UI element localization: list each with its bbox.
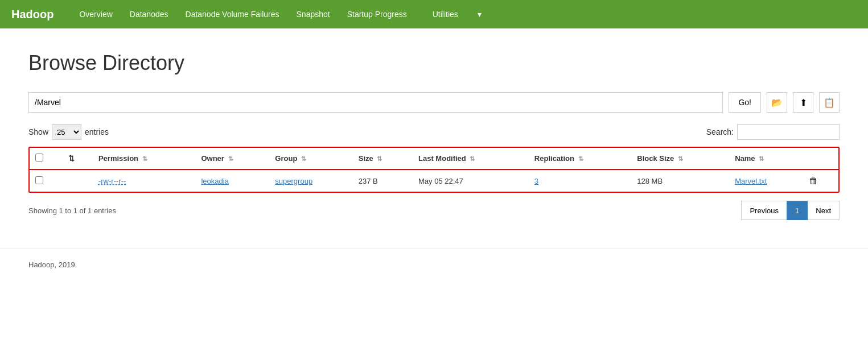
brand-logo[interactable]: Hadoop xyxy=(11,8,54,21)
row-block-size: 128 MB xyxy=(631,169,729,192)
group-link[interactable]: supergroup xyxy=(275,177,312,185)
folder-icon: 📂 xyxy=(771,97,783,108)
path-input[interactable] xyxy=(28,92,723,113)
row-last-modified: May 05 22:47 xyxy=(413,169,529,192)
col-name[interactable]: Name ⇅ xyxy=(729,148,803,169)
permission-link[interactable]: -rw-r--r-- xyxy=(98,177,126,185)
col-owner[interactable]: Owner ⇅ xyxy=(195,148,269,169)
col-sort-icon[interactable]: ⇅ xyxy=(63,148,93,169)
file-table: ⇅ Permission ⇅ Owner ⇅ Group ⇅ xyxy=(30,148,838,192)
col-last-modified[interactable]: Last Modified ⇅ xyxy=(413,148,529,169)
list-icon: 📋 xyxy=(824,97,835,108)
list-icon-button[interactable]: 📋 xyxy=(819,92,840,113)
row-replication: 3 xyxy=(529,169,631,192)
sort-lastmodified-icon: ⇅ xyxy=(470,155,475,162)
row-checkbox[interactable] xyxy=(35,176,43,184)
row-name: Marvel.txt xyxy=(729,169,803,192)
main-content: Browse Directory Go! 📂 ⬆ 📋 Show 10 25 50… xyxy=(0,28,868,249)
row-group: supergroup xyxy=(269,169,352,192)
file-name-link[interactable]: Marvel.txt xyxy=(735,177,767,185)
col-block-size[interactable]: Block Size ⇅ xyxy=(631,148,729,169)
owner-link[interactable]: leokadia xyxy=(201,177,228,185)
row-owner: leokadia xyxy=(195,169,269,192)
show-entries-left: Show 10 25 50 100 entries xyxy=(28,124,109,140)
table-body: -rw-r--r-- leokadia supergroup 237 B May… xyxy=(30,169,838,192)
sort-blocksize-icon: ⇅ xyxy=(678,155,683,162)
page-title: Browse Directory xyxy=(28,51,840,75)
show-row: Show 10 25 50 100 entries Search: xyxy=(28,124,840,140)
upload-icon: ⬆ xyxy=(800,97,807,108)
table-header-row: ⇅ Permission ⇅ Owner ⇅ Group ⇅ xyxy=(30,148,838,169)
page-1-button[interactable]: 1 xyxy=(787,201,808,220)
row-permission: -rw-r--r-- xyxy=(93,169,195,192)
nav-overview[interactable]: Overview xyxy=(71,10,121,19)
nav-datanode-volume-failures[interactable]: Datanode Volume Failures xyxy=(177,10,288,19)
pagination-buttons: Previous 1 Next xyxy=(742,201,840,220)
nav-utilities[interactable]: Utilities ▾ xyxy=(416,10,499,19)
delete-icon[interactable]: 🗑 xyxy=(809,176,818,185)
upload-icon-button[interactable]: ⬆ xyxy=(793,92,813,113)
row-sort-cell xyxy=(63,169,93,192)
col-actions xyxy=(803,148,838,169)
replication-link[interactable]: 3 xyxy=(534,177,538,185)
table-row: -rw-r--r-- leokadia supergroup 237 B May… xyxy=(30,169,838,192)
sort-permission-icon: ⇅ xyxy=(142,155,147,162)
search-input[interactable] xyxy=(737,124,840,140)
folder-icon-button[interactable]: 📂 xyxy=(767,92,787,113)
pagination-info: Showing 1 to 1 of 1 entries xyxy=(28,206,116,215)
previous-button[interactable]: Previous xyxy=(741,201,787,220)
footer: Hadoop, 2019. xyxy=(0,249,868,280)
nav-startup-progress[interactable]: Startup Progress xyxy=(339,10,416,19)
sort-group-icon: ⇅ xyxy=(301,155,306,162)
row-checkbox-cell xyxy=(30,169,63,192)
nav-datanodes[interactable]: Datanodes xyxy=(121,10,177,19)
show-label: Show xyxy=(28,127,48,136)
pagination-row: Showing 1 to 1 of 1 entries Previous 1 N… xyxy=(28,201,840,220)
select-all-checkbox[interactable] xyxy=(35,154,43,161)
path-bar: Go! 📂 ⬆ 📋 xyxy=(28,92,840,113)
row-size: 237 B xyxy=(353,169,413,192)
col-group[interactable]: Group ⇅ xyxy=(269,148,352,169)
search-right: Search: xyxy=(706,124,840,140)
sort-size-icon: ⇅ xyxy=(377,155,382,162)
entries-select[interactable]: 10 25 50 100 xyxy=(52,124,81,140)
footer-text: Hadoop, 2019. xyxy=(28,260,77,269)
col-replication[interactable]: Replication ⇅ xyxy=(529,148,631,169)
col-checkbox xyxy=(30,148,63,169)
col-permission[interactable]: Permission ⇅ xyxy=(93,148,195,169)
sort-owner-icon: ⇅ xyxy=(228,155,233,162)
sort-icon-1: ⇅ xyxy=(68,154,75,163)
sort-replication-icon: ⇅ xyxy=(578,155,583,162)
navbar: Hadoop Overview Datanodes Datanode Volum… xyxy=(0,0,868,28)
entries-label: entries xyxy=(85,127,109,136)
search-label: Search: xyxy=(706,127,734,136)
file-table-wrapper: ⇅ Permission ⇅ Owner ⇅ Group ⇅ xyxy=(28,147,840,193)
sort-name-icon: ⇅ xyxy=(759,155,764,162)
dropdown-arrow-icon: ▾ xyxy=(469,10,490,19)
row-delete-cell: 🗑 xyxy=(803,169,838,192)
nav-snapshot[interactable]: Snapshot xyxy=(288,10,339,19)
col-size[interactable]: Size ⇅ xyxy=(353,148,413,169)
next-button[interactable]: Next xyxy=(807,201,840,220)
go-button[interactable]: Go! xyxy=(729,92,761,113)
